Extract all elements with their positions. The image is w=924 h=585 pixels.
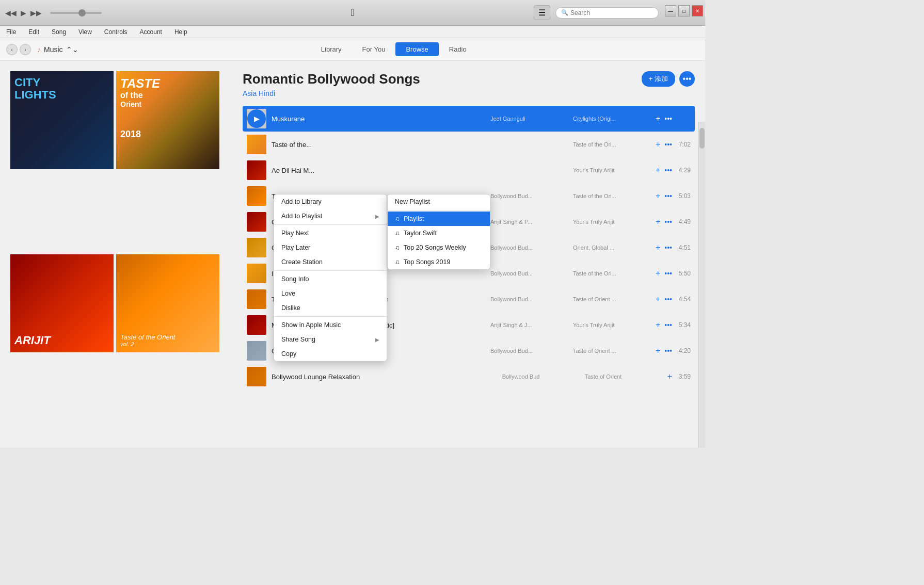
ctx-play-next-label: Play Next (281, 230, 309, 237)
ctx-add-to-playlist[interactable]: Add to Playlist ▶ (274, 209, 387, 223)
new-playlist-label: New Playlist (395, 198, 430, 205)
search-icon: 🔍 (561, 9, 568, 16)
menu-account[interactable]: Account (138, 27, 164, 37)
ctx-dislike-label: Dislike (281, 304, 300, 312)
source-chevron-icon: ⌃⌄ (66, 45, 78, 54)
ctx-show-in-apple-music[interactable]: Show in Apple Music (274, 318, 387, 332)
volume-thumb[interactable] (78, 9, 86, 17)
source-label: Music (44, 45, 63, 54)
ctx-create-station[interactable]: Create Station (274, 255, 387, 269)
menu-edit[interactable]: Edit (26, 27, 41, 37)
top-20-music-icon: ♫ (395, 244, 400, 251)
transport-controls: ◀◀ ▶ ▶▶ (5, 9, 42, 17)
apple-logo-icon:  (351, 7, 354, 19)
context-overlay: Add to Library Add to Playlist ▶ Play Ne… (0, 61, 705, 448)
menu-help[interactable]: Help (172, 27, 189, 37)
ctx-add-to-playlist-label: Add to Playlist (281, 213, 322, 220)
rewind-button[interactable]: ◀◀ (5, 9, 17, 17)
submenu-separator (388, 210, 490, 210)
top-songs-2019-music-icon: ♫ (395, 258, 400, 266)
menu-controls[interactable]: Controls (102, 27, 130, 37)
back-button[interactable]: ‹ (6, 44, 18, 55)
ctx-song-info[interactable]: Song Info (274, 272, 387, 286)
submenu-top-20-songs-weekly[interactable]: ♫ Top 20 Songs Weekly (388, 240, 490, 255)
context-menu: Add to Library Add to Playlist ▶ Play Ne… (274, 194, 387, 362)
tab-library[interactable]: Library (311, 42, 352, 56)
maximize-button[interactable]: □ (678, 5, 690, 17)
ctx-dislike[interactable]: Dislike (274, 301, 387, 315)
ctx-share-song[interactable]: Share Song ▶ (274, 332, 387, 347)
ctx-share-song-arrow-icon: ▶ (375, 337, 379, 343)
minimize-button[interactable]: — (665, 5, 676, 17)
fast-forward-button[interactable]: ▶▶ (30, 9, 42, 17)
ctx-play-later-label: Play Later (281, 244, 310, 251)
search-bar[interactable]: 🔍 (555, 7, 659, 19)
ctx-song-info-label: Song Info (281, 275, 309, 283)
submenu-playlist-label: Playlist (404, 215, 424, 222)
ctx-create-station-label: Create Station (281, 258, 323, 266)
submenu-top-songs-2019[interactable]: ♫ Top Songs 2019 (388, 255, 490, 269)
submenu-top-songs-2019-label: Top Songs 2019 (404, 258, 450, 266)
submenu-taylor-swift-label: Taylor Swift (404, 230, 437, 237)
window-controls: — □ ✕ (665, 5, 703, 17)
ctx-play-next[interactable]: Play Next (274, 226, 387, 240)
tab-for-you[interactable]: For You (352, 42, 396, 56)
submenu-taylor-swift[interactable]: ♫ Taylor Swift (388, 226, 490, 240)
ctx-separator-2 (274, 270, 387, 271)
ctx-love[interactable]: Love (274, 286, 387, 301)
ctx-separator-1 (274, 224, 387, 225)
ctx-add-to-library[interactable]: Add to Library (274, 194, 387, 209)
ctx-copy-label: Copy (281, 350, 296, 358)
close-button[interactable]: ✕ (692, 5, 703, 17)
submenu-new-playlist[interactable]: New Playlist (388, 194, 490, 209)
nav-tabs: Library For You Browse Radio (89, 42, 699, 56)
tab-browse[interactable]: Browse (395, 42, 438, 56)
taylor-swift-music-icon: ♫ (395, 230, 400, 237)
ctx-share-song-label: Share Song (281, 336, 315, 343)
menu-bar: File Edit Song View Controls Account Hel… (0, 26, 705, 38)
ctx-play-later[interactable]: Play Later (274, 240, 387, 255)
ctx-love-label: Love (281, 290, 295, 297)
playlist-music-icon: ♫ (395, 215, 400, 222)
main-content: CITY LIGHTS TASTE of the Orient 2018 ARI… (0, 61, 705, 448)
tab-radio[interactable]: Radio (439, 42, 477, 56)
submenu-playlist[interactable]: ♫ Playlist (388, 212, 490, 226)
submenu-add-to-playlist: New Playlist ♫ Playlist ♫ Taylor Swift ♫… (387, 194, 490, 270)
ctx-add-to-playlist-arrow-icon: ▶ (375, 214, 379, 219)
play-button[interactable]: ▶ (21, 9, 26, 17)
list-view-button[interactable]: ☰ (534, 5, 550, 20)
ctx-copy[interactable]: Copy (274, 347, 387, 361)
ctx-add-to-library-label: Add to Library (281, 198, 322, 205)
source-selector[interactable]: ♪ Music ⌃⌄ (37, 45, 78, 54)
nav-bar: ‹ › ♪ Music ⌃⌄ Library For You Browse Ra… (0, 38, 705, 61)
forward-button[interactable]: › (20, 44, 31, 55)
menu-file[interactable]: File (4, 27, 18, 37)
menu-view[interactable]: View (76, 27, 94, 37)
title-bar: ◀◀ ▶ ▶▶  ☰ 🔍 — □ ✕ (0, 0, 705, 26)
nav-arrows: ‹ › (6, 44, 31, 55)
menu-song[interactable]: Song (50, 27, 68, 37)
ctx-show-in-apple-music-label: Show in Apple Music (281, 321, 341, 329)
ctx-separator-3 (274, 316, 387, 317)
search-input[interactable] (570, 9, 653, 17)
music-icon: ♪ (37, 45, 41, 54)
submenu-top-20-label: Top 20 Songs Weekly (404, 244, 466, 251)
volume-slider[interactable] (50, 12, 102, 14)
